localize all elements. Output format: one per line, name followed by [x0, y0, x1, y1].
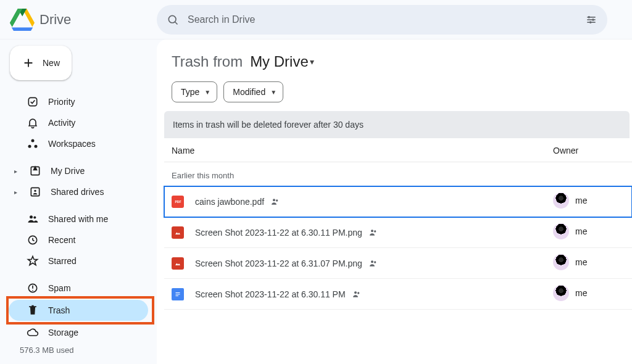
owner-label: me [575, 226, 587, 236]
svg-rect-8 [28, 97, 36, 105]
sidebar-item-label: Recent [48, 235, 75, 245]
chevron-right-icon[interactable]: ▸ [11, 168, 20, 175]
svg-point-15 [30, 215, 33, 218]
storage-used-text: 576.3 MB used [20, 345, 152, 355]
priority-icon [26, 96, 40, 108]
avatar [553, 285, 569, 301]
sidebar-item-shared-drives[interactable]: ▸ Shared drives [9, 181, 152, 202]
svg-rect-7 [590, 21, 592, 23]
sidebar-item-storage[interactable]: Storage [9, 322, 152, 343]
owner-label: me [575, 288, 587, 298]
svg-rect-28 [176, 292, 180, 293]
sidebar-item-starred[interactable]: Starred [9, 250, 152, 271]
chip-label: Type [181, 87, 199, 97]
svg-point-16 [33, 216, 36, 218]
svg-point-0 [168, 15, 176, 23]
avatar [553, 192, 569, 209]
sidebar-item-label: Spam [48, 283, 71, 293]
sidebar-item-label: Shared drives [51, 187, 104, 197]
sidebar-item-label: My Drive [51, 166, 85, 176]
plus-icon [22, 56, 35, 70]
group-header: Earlier this month [164, 162, 632, 187]
doc-icon [172, 288, 184, 300]
chevron-down-icon: ▼ [270, 89, 276, 96]
svg-rect-29 [176, 294, 180, 294]
title-prefix: Trash from [172, 53, 243, 70]
search-bar[interactable]: Search in Drive [157, 5, 607, 35]
file-name: Screen Shot 2023-11-22 at 6.31.07 PM.png [195, 259, 362, 268]
svg-point-14 [34, 190, 36, 192]
search-icon[interactable] [165, 12, 180, 27]
new-button[interactable]: New [10, 46, 72, 80]
cloud-icon [26, 326, 40, 339]
sidebar-item-recent[interactable]: Recent [9, 230, 152, 250]
image-icon [172, 257, 184, 270]
table-header-row: Name Owner [164, 138, 632, 162]
people-icon [26, 213, 40, 225]
search-options-icon[interactable] [584, 12, 599, 27]
scope-dropdown[interactable]: My Drive ▾ [250, 53, 314, 70]
filter-type[interactable]: Type ▼ [172, 81, 217, 102]
folder-icon [28, 165, 42, 177]
svg-point-10 [28, 145, 31, 148]
spam-icon [26, 282, 40, 294]
chevron-right-icon[interactable]: ▸ [11, 189, 20, 196]
file-name: Screen Shot 2023-11-22 at 6.30.11 PM [195, 289, 346, 299]
table-row[interactable]: PDF cains jawbone.pdf me [164, 186, 632, 217]
scope-label: My Drive [250, 53, 309, 70]
table-row[interactable]: Screen Shot 2023-11-22 at 6.31.07 PM.png… [164, 248, 632, 279]
table-row[interactable]: Screen Shot 2023-11-22 at 6.30.11 PM me [164, 279, 632, 310]
pdf-icon: PDF [172, 196, 184, 208]
svg-point-23 [276, 199, 278, 201]
page-title: Trash from My Drive ▾ [157, 51, 632, 81]
sidebar-item-my-drive[interactable]: ▸ My Drive [9, 160, 152, 181]
file-name: Screen Shot 2023-11-22 at 6.30.11 PM.png [195, 228, 362, 238]
trash-info-banner: Items in trash will be deleted forever a… [164, 111, 630, 138]
sidebar-item-activity[interactable]: Activity [9, 112, 152, 133]
svg-point-11 [35, 145, 38, 148]
svg-text:PDF: PDF [175, 200, 181, 204]
svg-rect-30 [176, 296, 179, 296]
svg-rect-6 [592, 19, 594, 20]
column-owner[interactable]: Owner [546, 138, 632, 162]
avatar [553, 223, 569, 239]
avatar [553, 254, 569, 270]
table-row[interactable]: Screen Shot 2023-11-22 at 6.30.11 PM.png… [164, 217, 632, 248]
star-icon [26, 255, 40, 267]
svg-point-31 [354, 291, 357, 294]
owner-label: me [575, 257, 587, 267]
sidebar-item-label: Shared with me [48, 214, 108, 224]
shared-icon [368, 228, 378, 238]
filter-modified[interactable]: Modified ▼ [223, 81, 283, 102]
app-name: Drive [40, 12, 71, 28]
shared-drives-icon [28, 186, 42, 198]
sidebar-item-label: Priority [48, 97, 75, 107]
sidebar-item-workspaces[interactable]: Workspaces [9, 133, 152, 154]
svg-point-9 [31, 139, 35, 143]
svg-rect-5 [588, 16, 590, 18]
sidebar-item-label: Starred [48, 256, 77, 266]
sidebar-item-priority[interactable]: Priority [9, 91, 152, 112]
chip-label: Modified [233, 87, 265, 97]
sidebar-item-spam[interactable]: Spam [9, 278, 152, 299]
svg-point-25 [374, 230, 376, 232]
chevron-down-icon: ▼ [204, 89, 210, 96]
search-input[interactable]: Search in Drive [188, 14, 576, 25]
workspaces-icon [26, 138, 40, 150]
logo-area[interactable]: Drive [10, 7, 157, 32]
svg-point-20 [32, 290, 33, 291]
chevron-down-icon: ▾ [310, 57, 314, 67]
header: Drive Search in Drive [0, 0, 632, 39]
main-content: Trash from My Drive ▾ Type ▼ Modified ▼ … [157, 39, 632, 364]
svg-point-27 [374, 261, 376, 263]
owner-label: me [575, 196, 587, 205]
new-button-label: New [43, 58, 60, 68]
group-label: Earlier this month [164, 162, 632, 187]
sidebar-item-shared-with-me[interactable]: Shared with me [9, 209, 152, 230]
sidebar-item-trash[interactable]: Trash [9, 299, 152, 322]
column-name[interactable]: Name [164, 138, 546, 162]
sidebar-item-label: Activity [48, 118, 75, 128]
clock-icon [26, 234, 40, 246]
sidebar-item-label: Trash [48, 305, 70, 315]
file-list: Name Owner Earlier this month PDF cains … [164, 138, 632, 310]
